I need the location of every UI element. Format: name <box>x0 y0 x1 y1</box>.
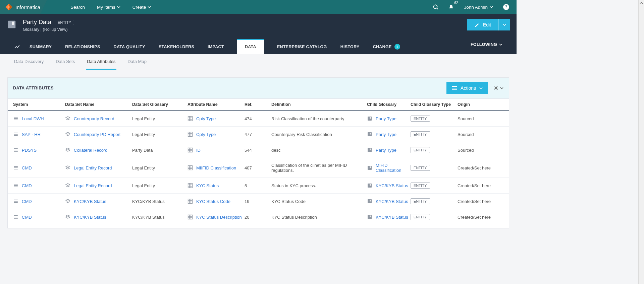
cell: Party Type <box>367 147 411 153</box>
logo-icon <box>5 3 13 11</box>
table-row[interactable]: Local DWHCounterparty RecordLegal Entity… <box>8 111 509 127</box>
bell-icon <box>448 4 454 10</box>
tab-change[interactable]: CHANGE1 <box>372 39 401 54</box>
cell: Party Type <box>367 116 411 121</box>
system-text[interactable]: CMD <box>22 165 32 170</box>
dataset-text[interactable]: Counterparty Record <box>74 116 114 121</box>
search-icon[interactable] <box>433 4 438 10</box>
table-body[interactable]: Local DWHCounterparty RecordLegal Entity… <box>8 111 509 228</box>
dataset-text[interactable]: KYC/KYB Status <box>74 215 106 220</box>
cell: KYC Status <box>187 183 245 188</box>
dataset-text[interactable]: Collateral Record <box>74 148 107 153</box>
table-row[interactable]: PDSYSCollateral RecordParty DataID544des… <box>8 142 509 158</box>
edit-dropdown-button[interactable] <box>498 19 510 30</box>
origin-cell: Sourced <box>458 148 503 153</box>
help-button[interactable]: ? <box>503 4 509 10</box>
tab-summary[interactable]: SUMMARY <box>29 40 52 54</box>
tab-label: HISTORY <box>340 45 360 49</box>
tab-history[interactable]: HISTORY <box>340 40 360 54</box>
attribute-text[interactable]: MIIFID Classification <box>196 165 236 170</box>
system-icon <box>13 132 18 137</box>
table-row[interactable]: SAP - HRCounterparty PD ReportLegal Enti… <box>8 127 509 142</box>
table-row[interactable]: CMDLegal Entity RecordLegal EntityKYC St… <box>8 178 509 194</box>
system-text[interactable]: SAP - HR <box>22 132 41 137</box>
sub-tabs: Data DiscoveryData SetsData AttributesDa… <box>0 54 517 70</box>
table-row[interactable]: CMDLegal Entity RecordLegal EntityMIIFID… <box>8 158 509 178</box>
dataset-icon <box>65 147 70 153</box>
dataset-text[interactable]: Legal Entity Record <box>74 183 112 188</box>
child-glossary-text[interactable]: MIFID Classification <box>376 163 411 173</box>
tab-label: STAKEHOLDERS <box>159 45 194 49</box>
subtab-data-discovery[interactable]: Data Discovery <box>13 54 44 70</box>
nav-search[interactable]: Search <box>70 5 85 10</box>
following-label: FOLLOWING <box>471 42 497 47</box>
panel-title: DATA ATTRIBUTES <box>13 86 54 90</box>
attribute-text[interactable]: KYC Status Description <box>196 215 242 220</box>
table-row[interactable]: CMDKYC/KYB StatusKYC/KYB StatusKYC Statu… <box>8 209 509 225</box>
system-icon <box>13 165 18 170</box>
edit-button[interactable]: Edit <box>467 19 498 30</box>
chevron-down-icon <box>117 6 120 8</box>
cell: MIFID Classification <box>367 163 411 173</box>
child-glossary-text[interactable]: Party Type <box>376 132 396 137</box>
attribute-text[interactable]: KYC Status <box>196 183 219 188</box>
child-glossary-text[interactable]: Party Type <box>376 148 396 153</box>
child-glossary-text[interactable]: KYC/KYB Status <box>376 215 408 220</box>
entity-badge: ENTITY <box>411 116 430 122</box>
tab-data-quality[interactable]: DATA QUALITY <box>113 40 146 54</box>
system-text[interactable]: CMD <box>22 215 32 220</box>
following-toggle[interactable]: FOLLOWING <box>471 42 502 52</box>
chevron-down-icon <box>479 87 483 89</box>
user-menu[interactable]: John Admin <box>464 5 493 10</box>
origin-cell: Created/Set here <box>458 215 503 220</box>
actions-button[interactable]: Actions <box>446 82 488 94</box>
cell: Legal Entity Record <box>65 165 132 170</box>
subtab-data-attributes[interactable]: Data Attributes <box>86 54 116 70</box>
tab-enterprise-catalog[interactable]: ENTERPRISE CATALOG <box>276 40 328 54</box>
col-glossary: Data Set Glossary <box>132 102 187 107</box>
tab-relationships[interactable]: RELATIONSHIPS <box>64 40 101 54</box>
system-text[interactable]: CMD <box>22 183 32 188</box>
tab-stakeholders[interactable]: STAKEHOLDERS <box>158 40 195 54</box>
attribute-text[interactable]: KYC Status Code <box>196 199 230 204</box>
settings-button[interactable] <box>493 85 503 91</box>
table-row[interactable]: CMDKYC/KYB StatusKYC/KYB StatusKYC Statu… <box>8 194 509 209</box>
tab-data[interactable]: DATA <box>237 39 264 54</box>
top-bar: Informatica Search My Items Create 62 Jo… <box>0 0 517 14</box>
cell: CMD <box>13 199 65 204</box>
nav-my-items[interactable]: My Items <box>97 5 120 10</box>
tab-label: ENTERPRISE CATALOG <box>277 45 327 49</box>
cell: CMD <box>13 165 65 170</box>
child-glossary-type-cell: ENTITY <box>411 116 458 122</box>
child-glossary-icon <box>367 132 372 137</box>
child-glossary-text[interactable]: Party Type <box>376 116 396 121</box>
attribute-text[interactable]: Cpty Type <box>196 132 216 137</box>
dataset-text[interactable]: Counterparty PD Report <box>74 132 120 137</box>
panel-header: DATA ATTRIBUTES Actions <box>8 78 509 98</box>
subtab-data-sets[interactable]: Data Sets <box>55 54 75 70</box>
nav-create[interactable]: Create <box>132 5 151 10</box>
attribute-icon <box>187 214 193 220</box>
glossary-cell: Legal Entity <box>132 165 187 170</box>
data-attributes-panel: DATA ATTRIBUTES Actions System Data Set … <box>7 77 509 228</box>
attribute-text[interactable]: ID <box>196 148 201 153</box>
system-text[interactable]: Local DWH <box>22 116 44 121</box>
attribute-icon <box>187 183 193 188</box>
child-glossary-icon <box>367 165 372 170</box>
col-system: System <box>13 102 65 107</box>
dataset-text[interactable]: Legal Entity Record <box>74 165 112 170</box>
cell: KYC Status Code <box>187 199 245 204</box>
attribute-text[interactable]: Cpty Type <box>196 116 216 121</box>
dataset-text[interactable]: KYC/KYB Status <box>74 199 106 204</box>
child-glossary-type-cell: ENTITY <box>411 131 458 137</box>
brand[interactable]: Informatica <box>0 0 47 14</box>
child-glossary-text[interactable]: KYC/KYB Status <box>376 199 408 204</box>
system-text[interactable]: PDSYS <box>22 148 37 153</box>
child-glossary-text[interactable]: KYC/KYB Status <box>376 183 408 188</box>
attribute-icon <box>187 116 193 121</box>
tab-impact[interactable]: IMPACT <box>207 40 225 54</box>
child-glossary-type-cell: ENTITY <box>411 198 458 204</box>
notifications-button[interactable]: 62 <box>448 4 454 10</box>
subtab-data-map[interactable]: Data Map <box>127 54 147 70</box>
system-text[interactable]: CMD <box>22 199 32 204</box>
